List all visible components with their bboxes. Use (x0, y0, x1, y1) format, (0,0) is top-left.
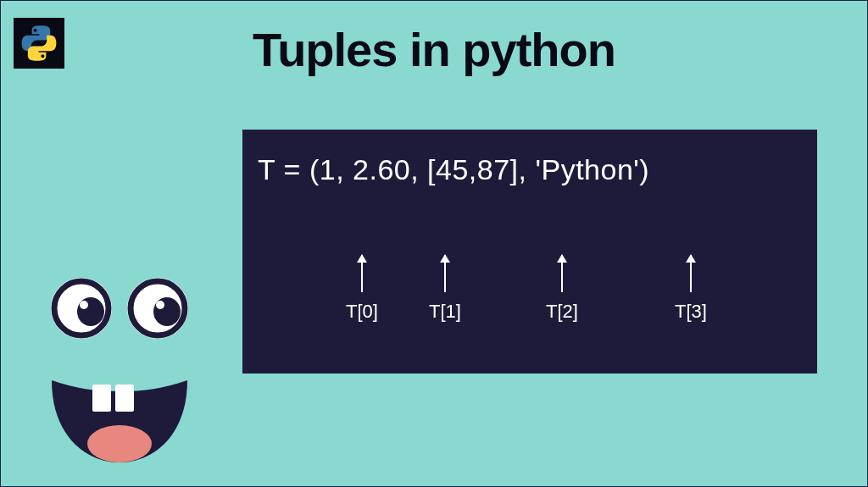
index-0: T[0] (346, 255, 378, 323)
svg-point-3 (80, 301, 88, 309)
svg-rect-8 (92, 385, 111, 412)
arrow-up-icon (444, 255, 446, 292)
index-label: T[1] (429, 301, 461, 323)
code-panel: T = (1, 2.60, [45,87], 'Python') T[0] T[… (242, 130, 817, 374)
page-title: Tuples in python (1, 22, 867, 77)
arrow-up-icon (361, 255, 363, 292)
index-2: T[2] (546, 255, 578, 323)
monster-illustration-icon (35, 266, 221, 469)
index-label: T[3] (675, 301, 707, 323)
index-3: T[3] (675, 255, 707, 323)
arrow-up-icon (561, 255, 563, 292)
svg-point-6 (153, 297, 181, 326)
svg-rect-9 (115, 385, 134, 412)
svg-point-10 (87, 425, 152, 462)
index-label: T[0] (346, 301, 378, 323)
svg-point-2 (77, 297, 104, 326)
svg-point-7 (156, 301, 164, 309)
arrow-up-icon (690, 255, 692, 292)
index-1: T[1] (429, 255, 461, 323)
tuple-expression: T = (1, 2.60, [45,87], 'Python') (258, 153, 802, 186)
index-label: T[2] (546, 301, 578, 323)
